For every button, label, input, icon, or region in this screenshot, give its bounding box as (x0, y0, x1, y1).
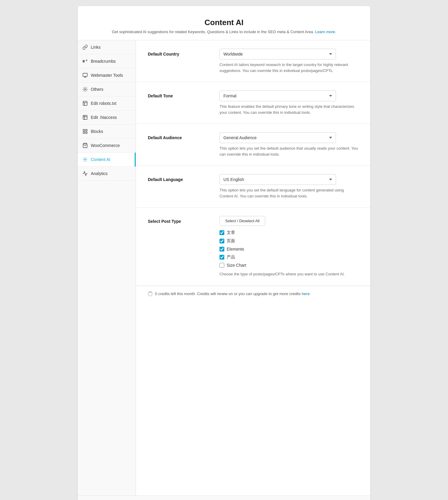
woocommerce-icon (82, 143, 88, 148)
credits-spinner-icon (148, 292, 153, 296)
sidebar-item-label: Links (91, 45, 101, 50)
svg-rect-7 (83, 132, 85, 134)
post-type-checkbox-elements[interactable] (220, 247, 224, 251)
page-header: Content AI Get sophisticated AI suggesti… (78, 6, 370, 40)
sidebar-item-links[interactable]: Links (78, 40, 136, 54)
default-tone-select[interactable]: Formal Informal Casual Professional Frie… (220, 91, 336, 101)
select-post-type-description: Choose the type of posts/pages/CPTs wher… (220, 271, 358, 277)
post-type-item-article[interactable]: 文章 (220, 230, 358, 235)
post-type-checkbox-list: 文章 页面 Elements (220, 230, 358, 268)
content-ai-icon (82, 157, 88, 162)
default-country-select[interactable]: Worldwide United States United Kingdom C… (220, 49, 336, 59)
default-language-description: This option lets you set the default lan… (220, 187, 358, 199)
select-post-type-control: Select / Deselect All 文章 页面 (220, 216, 358, 277)
post-type-item-product[interactable]: 产品 (220, 254, 358, 260)
default-country-section: Default Country Worldwide United States … (136, 40, 370, 82)
default-audience-section: Default Audience General Audience Expert… (136, 124, 370, 166)
credits-link[interactable]: here (302, 292, 309, 296)
svg-rect-6 (86, 129, 87, 131)
breadcrumbs-icon (82, 59, 88, 64)
sidebar-item-label: Analytics (91, 171, 108, 176)
main-content: Default Country Worldwide United States … (136, 40, 370, 496)
post-type-item-elements[interactable]: Elements (220, 247, 358, 251)
sidebar-item-label: WooCommerce (91, 143, 120, 148)
sidebar-item-label: Edit .htaccess (91, 115, 117, 120)
sidebar-item-edit-robots[interactable]: Edit robots.txt (78, 96, 136, 111)
link-icon (82, 45, 88, 50)
analytics-icon (82, 171, 88, 176)
select-post-type-label: Select Post Type (148, 216, 214, 224)
sidebar-item-edit-htaccess[interactable]: Edit .htaccess (78, 111, 136, 125)
default-language-label: Default Language (148, 174, 214, 182)
sidebar-item-others[interactable]: Others (78, 82, 136, 96)
htaccess-icon (82, 115, 88, 120)
sidebar-item-label: Others (91, 87, 103, 92)
default-language-section: Default Language US English British Engl… (136, 166, 370, 208)
header-description: Get sophisticated AI suggestions for rel… (84, 30, 364, 34)
body-layout: Links Breadcrumbs Webm (78, 40, 370, 496)
credits-text: 0 credits left this month. Credits will … (155, 292, 311, 296)
svg-rect-1 (83, 73, 88, 76)
default-audience-select[interactable]: General Audience Experts Beginners Teena… (220, 132, 336, 143)
default-tone-control: Formal Informal Casual Professional Frie… (220, 91, 358, 115)
default-country-label: Default Country (148, 49, 214, 56)
sidebar-item-label: Blocks (91, 129, 103, 134)
select-post-type-section: Select Post Type Select / Deselect All 文… (136, 208, 370, 286)
footer-bar: Reset Options Save Changes (78, 496, 370, 500)
others-icon (82, 87, 88, 92)
sidebar-item-breadcrumbs[interactable]: Breadcrumbs (78, 54, 136, 68)
default-tone-label: Default Tone (148, 91, 214, 98)
default-language-control: US English British English Spanish Frenc… (220, 174, 358, 199)
svg-point-10 (85, 159, 86, 160)
post-type-checkbox-page[interactable] (220, 239, 224, 243)
svg-rect-4 (83, 115, 87, 119)
post-type-checkbox-product[interactable] (220, 255, 224, 260)
sidebar-item-label: Breadcrumbs (91, 59, 116, 64)
select-deselect-all-button[interactable]: Select / Deselect All (220, 216, 265, 226)
credits-bar: 0 credits left this month. Credits will … (136, 286, 370, 302)
post-type-item-page[interactable]: 页面 (220, 238, 358, 244)
blocks-icon (82, 129, 88, 134)
sidebar-item-webmaster-tools[interactable]: Webmaster Tools (78, 68, 136, 82)
svg-point-2 (85, 89, 86, 90)
sidebar-item-blocks[interactable]: Blocks (78, 125, 136, 139)
default-tone-section: Default Tone Formal Informal Casual Prof… (136, 82, 370, 124)
sidebar-item-label: Webmaster Tools (91, 73, 123, 78)
robots-icon (82, 101, 88, 106)
post-type-checkbox-size-chart[interactable] (220, 263, 224, 268)
page-title: Content AI (84, 18, 364, 27)
sidebar-item-label: Content AI (91, 157, 110, 162)
sidebar-item-label: Edit robots.txt (91, 101, 116, 106)
sidebar: Links Breadcrumbs Webm (78, 40, 136, 496)
post-type-checkbox-article[interactable] (220, 230, 224, 235)
default-audience-control: General Audience Experts Beginners Teena… (220, 132, 358, 157)
default-country-control: Worldwide United States United Kingdom C… (220, 49, 358, 73)
svg-rect-3 (83, 101, 87, 105)
post-type-item-size-chart[interactable]: Size Chart (220, 263, 358, 268)
default-audience-description: This option lets you set the default aud… (220, 145, 358, 157)
default-language-select[interactable]: US English British English Spanish Frenc… (220, 174, 336, 185)
sidebar-item-woocommerce[interactable]: WooCommerce (78, 139, 136, 153)
default-tone-description: This feature enables the default primary… (220, 104, 358, 115)
svg-rect-8 (86, 132, 87, 134)
learn-more-link[interactable]: Learn more (315, 30, 335, 34)
sidebar-item-content-ai[interactable]: Content AI (78, 153, 136, 167)
default-audience-label: Default Audience (148, 132, 214, 140)
svg-rect-5 (83, 129, 85, 131)
webmaster-icon (82, 73, 88, 78)
default-country-description: Content AI tailors keyword research to t… (220, 62, 358, 73)
sidebar-item-analytics[interactable]: Analytics (78, 167, 136, 181)
